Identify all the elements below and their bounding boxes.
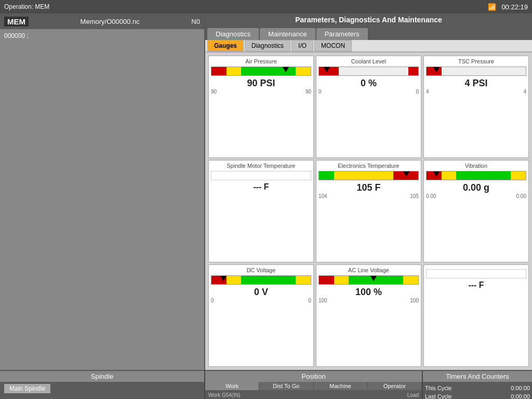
gauge-tsc-value: 4 PSI [464, 78, 487, 89]
timers-body: This Cycle 0:00:00 Last Cycle 0:00:00 Re… [423, 382, 532, 399]
tab-diagnostics-sub[interactable]: Diagnostics [245, 40, 290, 51]
gauge-dc-marker [220, 276, 227, 281]
top-bar: Operation: MEM 📶 00:22:19 [0, 0, 532, 14]
gauge-spindle-temp-bar [211, 171, 311, 180]
left-panel: MEM Memory/O00000.nc N0 000000 ; [0, 14, 205, 370]
gauge-elec-temp-title: Electronics Temperature [338, 163, 399, 169]
gauge-coolant-value: 0 % [361, 78, 377, 89]
pos-tab-dist[interactable]: Dist To Go [259, 382, 313, 390]
gauge-air-pressure: Air Pressure 90 PSI 9090 [208, 56, 314, 158]
gauge-vibration-title: Vibration [465, 163, 487, 169]
gauge-coolant-title: Coolant Level [351, 58, 386, 64]
timer-last-cycle: Last Cycle 0:00:00 [425, 392, 530, 399]
gauge-coolant-marker [324, 67, 330, 72]
timer-this-cycle: This Cycle 0:00:00 [425, 384, 530, 392]
tab-maintenance[interactable]: Maintenance [260, 28, 315, 40]
gauge-tsc: TSC Pressure 4 PSI 44 [423, 56, 529, 158]
unit-label: (IN) [232, 392, 241, 398]
gauge-empty-value: --- F [468, 281, 484, 290]
tab-mocon[interactable]: MOCON [314, 40, 352, 51]
file-label: Memory/O00000.nc [81, 18, 140, 25]
position-panel: Position Work Dist To Go Machine Operato… [205, 371, 423, 399]
gauge-tsc-range: 44 [426, 89, 526, 95]
gauge-dc: DC Voltage 0 V 00 [208, 264, 314, 367]
gauge-spindle-temp: Spindle Motor Temperature --- F [208, 160, 314, 262]
operation-label: Operation: MEM [4, 3, 49, 10]
gauge-elec-range: 104105 [318, 193, 419, 199]
sub-tabs: Gauges Diagnostics I/O MOCON [205, 40, 532, 52]
last-cycle-value: 0:00:00 [511, 393, 530, 399]
position-header: Position [205, 371, 422, 382]
position-body: Work G54 (IN) Load X 10.0000 0% Y 10.000… [205, 390, 422, 399]
gauge-empty-bar [426, 269, 526, 278]
code-line: 000000 ; [2, 31, 202, 41]
gauge-elec-temp: Electronics Temperature 105 F 104105 [316, 160, 421, 262]
gauge-coolant-bar [318, 66, 419, 76]
last-cycle-label: Last Cycle [425, 393, 451, 399]
gauge-tsc-bar [426, 66, 526, 76]
gauge-air-bar [211, 66, 311, 76]
clock-display: 00:22:19 [501, 3, 528, 11]
gauge-vibration-bar [426, 171, 526, 180]
pos-tab-operator[interactable]: Operator [368, 382, 422, 390]
bottom-section: Spindle Main Spindle STOP Overrides Feed… [0, 370, 532, 399]
line-label: N0 [191, 18, 200, 25]
tab-io[interactable]: I/O [291, 40, 313, 51]
gauge-ac-title: AC Line Voltage [348, 267, 389, 273]
gauge-air-title: Air Pressure [245, 58, 277, 64]
gauge-air-marker [283, 67, 289, 72]
left-content: 000000 ; [0, 29, 204, 370]
timers-header: Timers And Counters [423, 371, 532, 382]
gauge-vibration: Vibration 0.00 g 0.000.00 [423, 160, 529, 262]
tab-diagnostics[interactable]: Diagnostics [207, 28, 259, 40]
gauge-elec-value: 105 F [356, 182, 380, 193]
gauge-dc-range: 00 [211, 298, 311, 303]
gauge-vibration-range: 0.000.00 [426, 193, 526, 199]
gauge-spindle-temp-title: Spindle Motor Temperature [227, 163, 295, 169]
gauge-tsc-title: TSC Pressure [458, 58, 494, 64]
gauge-spindle-temp-value: --- F [253, 182, 269, 192]
gauge-air-value: 90 PSI [247, 78, 275, 89]
left-header: MEM Memory/O00000.nc N0 [0, 14, 204, 29]
gauge-dc-bar [211, 275, 311, 285]
gauge-dc-value: 0 V [254, 287, 268, 298]
gauge-tsc-marker [433, 67, 440, 72]
gauge-vibration-value: 0.00 g [463, 182, 489, 193]
pos-tab-work[interactable]: Work [205, 382, 259, 390]
this-cycle-value: 0:00:00 [511, 385, 530, 391]
gauge-ac: AC Line Voltage 100 % 100100 [316, 264, 421, 367]
gauges-grid: Air Pressure 90 PSI 9090 Coolan [205, 52, 532, 370]
gauge-ac-range: 100100 [318, 298, 419, 303]
gauge-air-range: 9090 [211, 89, 311, 95]
gauge-ac-value: 100 % [355, 287, 382, 298]
spindle-body: STOP Overrides Feed: 100% Spindle: 100% … [0, 395, 204, 399]
right-panel: Parameters, Diagnostics And Maintenance … [205, 14, 532, 370]
spindle-panel: Spindle Main Spindle STOP Overrides Feed… [0, 371, 205, 399]
tab-gauges[interactable]: Gauges [207, 40, 244, 51]
gauge-elec-marker [403, 171, 409, 177]
gauge-elec-bar [318, 171, 419, 180]
tab-parameters[interactable]: Parameters [316, 28, 368, 40]
load-col-label: Load [407, 392, 419, 398]
position-tabs: Work Dist To Go Machine Operator [205, 382, 422, 390]
spindle-tab[interactable]: Main Spindle [4, 384, 50, 393]
top-tabs: Diagnostics Maintenance Parameters [205, 26, 532, 40]
timers-panel: Timers And Counters This Cycle 0:00:00 L… [423, 371, 532, 399]
main-layout: MEM Memory/O00000.nc N0 000000 ; Paramet… [0, 14, 532, 370]
pos-tab-machine[interactable]: Machine [314, 382, 368, 390]
work-label: Work G54 [208, 392, 232, 398]
this-cycle-label: This Cycle [425, 385, 451, 391]
gauge-coolant: Coolant Level 0 % 00 [316, 56, 421, 158]
gauge-coolant-range: 00 [318, 89, 419, 95]
gauge-ac-bar [318, 275, 419, 285]
gauge-empty: --- F [423, 264, 529, 367]
wifi-icon: 📶 [488, 3, 496, 11]
gauge-vibration-marker [433, 171, 440, 177]
right-panel-title: Parameters, Diagnostics And Maintenance [205, 14, 532, 26]
gauge-dc-title: DC Voltage [247, 267, 276, 273]
gauge-ac-marker [370, 276, 377, 281]
spindle-header: Spindle [0, 371, 204, 382]
mode-label: MEM [4, 17, 29, 26]
